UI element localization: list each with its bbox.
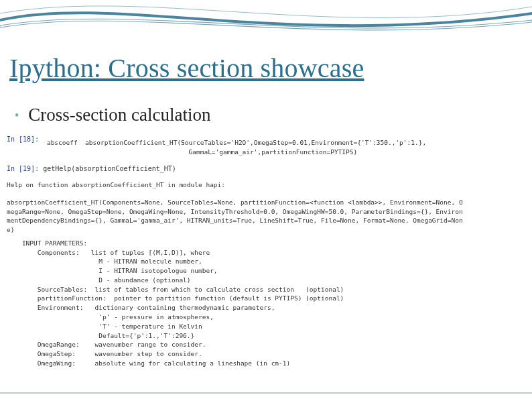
bottom-divider xyxy=(0,392,532,394)
subtitle-row: • Cross-section calculation xyxy=(15,105,211,125)
subtitle: Cross-section calculation xyxy=(28,105,210,125)
help-body: INPUT PARAMETERS: Components: list of tu… xyxy=(7,239,525,368)
header-swoosh xyxy=(0,0,532,47)
code-in-18: abscoeff absorptionCoefficient_HT(Source… xyxy=(43,138,426,157)
bullet-icon: • xyxy=(15,109,19,121)
slide: { "title": "Ipython: Cross section showc… xyxy=(0,0,532,399)
code-in-19: getHelp(absorptionCoefficient_HT) xyxy=(43,165,176,172)
cell-in-19: In [19]: getHelp(absorptionCoefficient_H… xyxy=(7,164,525,174)
help-signature: absorptionCoefficient_HT(Components=None… xyxy=(7,198,525,235)
prompt-in-18: In [18]: xyxy=(7,135,39,143)
prompt-in-19: In [19]: xyxy=(7,165,39,172)
help-header: Help on function absorptionCoefficient_H… xyxy=(7,180,525,190)
code-area: In [18]: abscoeff absorptionCoefficient_… xyxy=(7,134,525,368)
cell-in-18: In [18]: abscoeff absorptionCoefficient_… xyxy=(7,134,525,157)
page-title: Ipython: Cross section showcase xyxy=(9,52,364,84)
